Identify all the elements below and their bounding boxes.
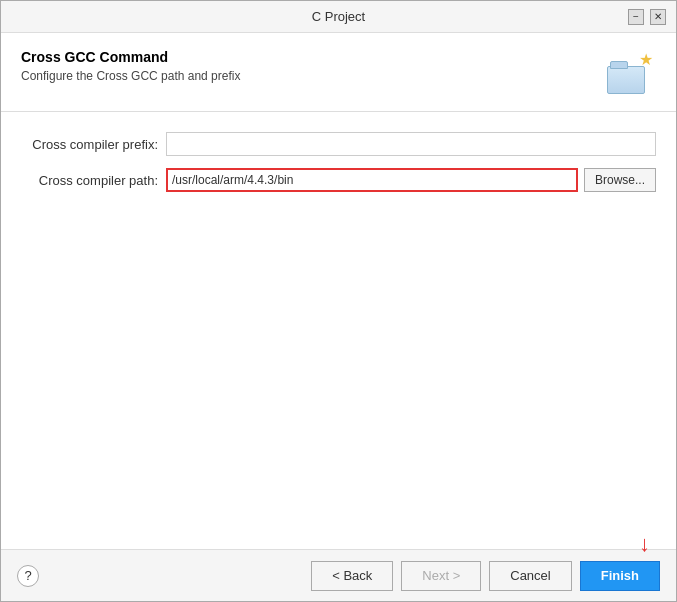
arrow-indicator: ↓: [639, 531, 650, 557]
title-bar: C Project − ✕: [1, 1, 676, 33]
header-title: Cross GCC Command: [21, 49, 606, 65]
header-icon: ★: [606, 49, 656, 99]
path-input[interactable]: [166, 168, 578, 192]
footer-left: ?: [17, 565, 39, 587]
dialog-title: C Project: [229, 9, 447, 24]
cancel-button[interactable]: Cancel: [489, 561, 571, 591]
title-bar-right: − ✕: [448, 9, 666, 25]
next-button[interactable]: Next >: [401, 561, 481, 591]
finish-button[interactable]: Finish: [580, 561, 660, 591]
header-subtitle: Configure the Cross GCC path and prefix: [21, 69, 606, 83]
footer-section: ? ↓ < Back Next > Cancel Finish: [1, 549, 676, 601]
dialog: C Project − ✕ Cross GCC Command Configur…: [0, 0, 677, 602]
project-icon: ★: [607, 50, 655, 98]
path-label: Cross compiler path:: [21, 173, 166, 188]
prefix-input[interactable]: [166, 132, 656, 156]
folder-icon: [607, 66, 645, 94]
minimize-button[interactable]: −: [628, 9, 644, 25]
footer-right: ↓ < Back Next > Cancel Finish: [311, 561, 660, 591]
help-button[interactable]: ?: [17, 565, 39, 587]
content-section: Cross compiler prefix: Cross compiler pa…: [1, 112, 676, 549]
header-section: Cross GCC Command Configure the Cross GC…: [1, 33, 676, 112]
browse-button[interactable]: Browse...: [584, 168, 656, 192]
close-button[interactable]: ✕: [650, 9, 666, 25]
prefix-label: Cross compiler prefix:: [21, 137, 166, 152]
star-icon: ★: [639, 50, 653, 69]
header-text: Cross GCC Command Configure the Cross GC…: [21, 49, 606, 83]
prefix-row: Cross compiler prefix:: [21, 132, 656, 156]
back-button[interactable]: < Back: [311, 561, 393, 591]
path-row: Cross compiler path: Browse...: [21, 168, 656, 192]
